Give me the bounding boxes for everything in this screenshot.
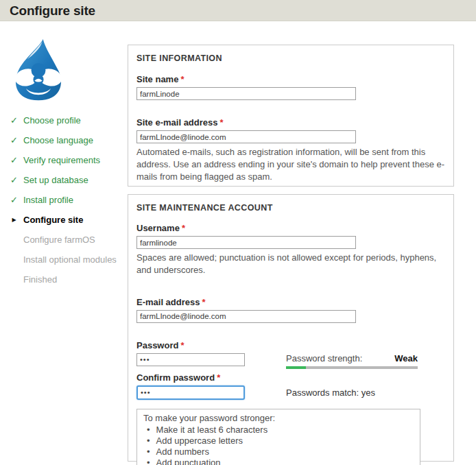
required-asterisk: * <box>202 297 206 307</box>
username-description: Spaces are allowed; punctuation is not a… <box>136 252 445 276</box>
site-information-legend: SITE INFORMATION <box>136 52 445 63</box>
site-email-label: Site e-mail address* <box>136 117 445 128</box>
confirm-password-label: Confirm password* <box>136 372 445 383</box>
username-label: Username* <box>136 223 445 233</box>
install-task-install-profile: ✓ Install profile <box>10 194 125 206</box>
header-bar: Configure site <box>0 0 476 21</box>
password-strength-fill <box>286 366 306 369</box>
username-field-group: Username* Spaces are allowed; punctuatio… <box>136 223 445 276</box>
bullet-icon: • <box>147 436 150 446</box>
install-task-label: Install profile <box>23 194 73 206</box>
install-task-verify-requirements: ✓ Verify requirements <box>10 154 125 166</box>
required-asterisk: * <box>182 223 185 233</box>
install-task-install-optional-modules: Install optional modules <box>10 254 125 265</box>
arrow-right-icon: ▶ <box>10 214 19 226</box>
install-task-configure-site: ▶ Configure site <box>10 214 125 226</box>
password-tip-item: • Add punctuation <box>147 457 414 465</box>
password-strength-level: Weak <box>394 353 418 363</box>
drupal-logo-icon <box>5 38 71 103</box>
password-tip-item: • Make it at least 6 characters <box>147 425 414 436</box>
install-task-label: Choose language <box>23 134 93 146</box>
account-email-field-group: E-mail address* <box>136 297 445 323</box>
required-asterisk: * <box>180 74 184 84</box>
password-field-group: Password* Password strength: Weak <box>136 340 445 366</box>
page-title: Configure site <box>10 3 95 19</box>
install-task-label: Choose profile <box>23 115 81 126</box>
account-email-input[interactable] <box>136 310 356 323</box>
check-icon: ✓ <box>10 115 19 126</box>
site-maintenance-account-legend: SITE MAINTENANCE ACCOUNT <box>136 202 445 213</box>
install-task-finished: Finished <box>10 274 125 285</box>
site-information-fieldset: SITE INFORMATION Site name* Site e-mail … <box>128 45 454 187</box>
install-task-label: Finished <box>23 274 57 285</box>
password-label: Password* <box>136 340 445 350</box>
confirm-password-input[interactable] <box>136 385 245 400</box>
password-tips-list: • Make it at least 6 characters • Add up… <box>143 425 414 465</box>
site-name-input[interactable] <box>136 87 356 100</box>
bullet-icon: • <box>147 457 150 465</box>
password-tip-item: • Add numbers <box>147 446 414 457</box>
required-asterisk: * <box>220 117 224 128</box>
password-strength-track <box>286 366 418 369</box>
passwords-match-status: Passwords match: yes <box>286 388 375 398</box>
install-task-choose-language: ✓ Choose language <box>10 134 125 146</box>
password-tips-box: To make your password stronger: • Make i… <box>136 409 420 465</box>
site-email-description: Automated e-mails, such as registration … <box>136 146 445 183</box>
password-tip-item: • Add uppercase letters <box>147 436 414 446</box>
site-name-field-group: Site name* <box>136 74 445 100</box>
confirm-password-field-group: Confirm password* Passwords match: yes <box>136 372 445 400</box>
site-name-label: Site name* <box>136 74 445 84</box>
check-icon: ✓ <box>10 174 19 186</box>
password-strength-indicator: Password strength: Weak <box>286 353 418 369</box>
install-task-list: ✓ Choose profile ✓ Choose language ✓ Ver… <box>10 115 125 294</box>
site-email-input[interactable] <box>136 130 356 143</box>
required-asterisk: * <box>180 340 184 350</box>
site-email-field-group: Site e-mail address* Automated e-mails, … <box>136 117 445 183</box>
install-task-label: Configure farmOS <box>23 234 95 246</box>
install-task-configure-farmos: Configure farmOS <box>10 234 125 246</box>
install-task-choose-profile: ✓ Choose profile <box>10 115 125 126</box>
password-input[interactable] <box>136 353 245 366</box>
install-task-label: Configure site <box>23 214 83 226</box>
check-icon: ✓ <box>10 134 19 146</box>
bullet-icon: • <box>147 446 150 457</box>
password-tips-title: To make your password stronger: <box>143 413 414 424</box>
bullet-icon: • <box>147 425 150 436</box>
check-icon: ✓ <box>10 194 19 206</box>
install-task-set-up-database: ✓ Set up database <box>10 174 125 186</box>
install-task-label: Set up database <box>23 174 88 186</box>
install-task-label: Verify requirements <box>23 154 100 166</box>
password-strength-label: Password strength: <box>286 353 362 363</box>
check-icon: ✓ <box>10 154 19 166</box>
required-asterisk: * <box>217 372 220 383</box>
username-input[interactable] <box>136 236 356 249</box>
account-email-label: E-mail address* <box>136 297 445 307</box>
install-task-label: Install optional modules <box>23 254 117 265</box>
site-maintenance-account-fieldset: SITE MAINTENANCE ACCOUNT Username* Space… <box>128 194 454 462</box>
